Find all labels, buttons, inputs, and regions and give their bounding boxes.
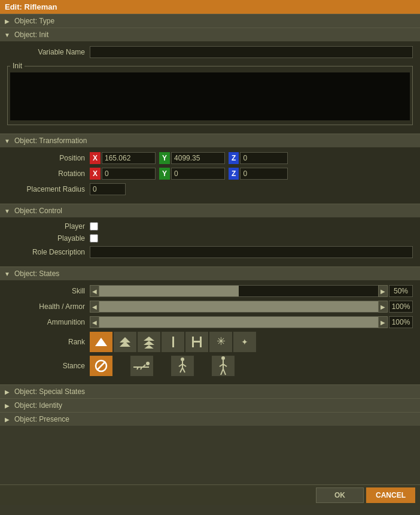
svg-text:✳: ✳	[217, 335, 226, 347]
rank-4-icon	[190, 335, 203, 349]
skill-arrow-left[interactable]: ◀	[90, 285, 99, 297]
stance-3-icon	[217, 356, 229, 376]
rank-1-icon	[118, 335, 132, 349]
rotation-x-input[interactable]	[102, 168, 156, 180]
rotation-x-label: X	[90, 168, 101, 180]
health-armor-arrow-right[interactable]: ▶	[378, 301, 388, 313]
skill-arrow-right[interactable]: ▶	[378, 285, 388, 297]
section-control-content: Player Playable Role Description	[0, 217, 420, 266]
section-presence: ▶ Object: Presence	[0, 412, 420, 426]
section-type: ▶ Object: Type	[0, 14, 420, 28]
svg-line-23	[180, 368, 182, 372]
rank-2-icon	[142, 335, 156, 349]
rotation-row: Rotation X Y Z	[7, 168, 413, 180]
rank-btn-6[interactable]: ✦	[233, 332, 256, 352]
player-row: Player	[7, 222, 413, 231]
rank-btn-2[interactable]	[138, 332, 160, 352]
section-transformation-header[interactable]: ▼ Object: Transformation	[0, 134, 420, 147]
position-row: Position X Y Z	[7, 152, 413, 164]
stance-label: Stance	[7, 362, 85, 370]
role-description-row: Role Description	[7, 246, 413, 258]
init-textarea[interactable]	[10, 72, 410, 120]
section-transformation-label: Object: Transformation	[14, 137, 87, 145]
svg-marker-3	[144, 337, 154, 341]
health-armor-arrow-left[interactable]: ◀	[90, 301, 99, 313]
ammunition-track[interactable]	[99, 316, 378, 328]
section-init-arrow: ▼	[4, 31, 11, 38]
rank-btn-4[interactable]	[185, 332, 208, 352]
bottom-bar: OK CANCEL	[0, 484, 420, 505]
section-identity-header[interactable]: ▶ Object: Identity	[0, 398, 420, 412]
stance-row: Stance	[7, 356, 413, 376]
playable-checkbox[interactable]	[90, 234, 98, 243]
svg-rect-9	[192, 341, 202, 343]
section-special-states-arrow: ▶	[4, 388, 11, 395]
position-y-input[interactable]	[171, 152, 225, 164]
ammunition-fill	[99, 317, 378, 328]
section-init-content: Variable Name Init	[0, 41, 420, 134]
placement-radius-row: Placement Radius	[7, 183, 413, 195]
svg-marker-5	[144, 345, 154, 349]
title-bar: Edit: Rifleman	[0, 0, 420, 14]
position-z-label: Z	[229, 152, 239, 164]
rank-btn-5[interactable]: ✳	[209, 332, 232, 352]
ammunition-arrow-right[interactable]: ▶	[378, 316, 388, 328]
skill-track[interactable]	[99, 285, 378, 297]
position-label: Position	[7, 154, 85, 162]
svg-line-30	[223, 369, 226, 375]
section-identity-label: Object: Identity	[14, 401, 62, 410]
init-group: Init	[7, 62, 413, 125]
ammunition-value: 100%	[389, 316, 413, 328]
svg-line-29	[221, 369, 223, 375]
position-x-input[interactable]	[102, 152, 156, 164]
placement-radius-label: Placement Radius	[7, 185, 85, 193]
health-armor-track[interactable]	[99, 301, 378, 313]
section-states: ▼ Object: States Skill ◀ ▶ 50% Health / …	[0, 266, 420, 384]
section-special-states-label: Object: Special States	[14, 387, 85, 396]
rotation-y-input[interactable]	[171, 168, 225, 180]
skill-fill	[99, 286, 239, 296]
role-description-input[interactable]	[90, 246, 413, 258]
section-states-header[interactable]: ▼ Object: States	[0, 266, 420, 280]
position-coords: X Y Z	[90, 152, 288, 164]
role-description-label: Role Description	[7, 248, 85, 256]
health-armor-label: Health / Armor	[7, 302, 85, 311]
rank-btn-0[interactable]	[90, 332, 112, 352]
section-states-content: Skill ◀ ▶ 50% Health / Armor ◀	[0, 280, 420, 384]
player-checkbox[interactable]	[90, 222, 98, 231]
cancel-button[interactable]: CANCEL	[366, 487, 415, 503]
stance-btn-1[interactable]	[130, 356, 153, 376]
section-control-header[interactable]: ▼ Object: Control	[0, 204, 420, 217]
section-presence-label: Object: Presence	[14, 415, 69, 423]
placement-radius-input[interactable]	[90, 183, 126, 195]
svg-text:✦: ✦	[241, 337, 248, 347]
rank-btn-1[interactable]	[114, 332, 136, 352]
position-z-input[interactable]	[240, 152, 288, 164]
section-states-arrow: ▼	[4, 270, 11, 277]
section-transformation-arrow: ▼	[4, 137, 11, 144]
main-content: ▶ Object: Type ▼ Object: Init Variable N…	[0, 14, 420, 484]
playable-label: Playable	[7, 234, 85, 243]
section-special-states-header[interactable]: ▶ Object: Special States	[0, 384, 420, 398]
variable-name-label: Variable Name	[7, 48, 85, 56]
stance-0-icon	[94, 359, 108, 373]
rotation-coords: X Y Z	[90, 168, 288, 180]
stance-buttons-group	[90, 356, 235, 376]
rank-label: Rank	[7, 338, 85, 346]
ok-button[interactable]: OK	[316, 487, 364, 503]
rotation-z-input[interactable]	[240, 168, 288, 180]
rank-btn-3[interactable]	[162, 332, 184, 352]
section-transformation: ▼ Object: Transformation Position X Y Z …	[0, 134, 420, 204]
section-presence-header[interactable]: ▶ Object: Presence	[0, 412, 420, 426]
section-control-arrow: ▼	[4, 207, 11, 214]
section-identity: ▶ Object: Identity	[0, 398, 420, 412]
section-type-header[interactable]: ▶ Object: Type	[0, 14, 420, 28]
variable-name-input[interactable]	[90, 46, 413, 58]
rotation-z-label: Z	[229, 168, 239, 180]
section-control: ▼ Object: Control Player Playable Role D…	[0, 204, 420, 266]
ammunition-arrow-left[interactable]: ◀	[90, 316, 99, 328]
stance-btn-2[interactable]	[171, 356, 194, 376]
section-init-header[interactable]: ▼ Object: Init	[0, 28, 420, 41]
stance-btn-0[interactable]	[90, 356, 112, 376]
stance-btn-3[interactable]	[212, 356, 235, 376]
